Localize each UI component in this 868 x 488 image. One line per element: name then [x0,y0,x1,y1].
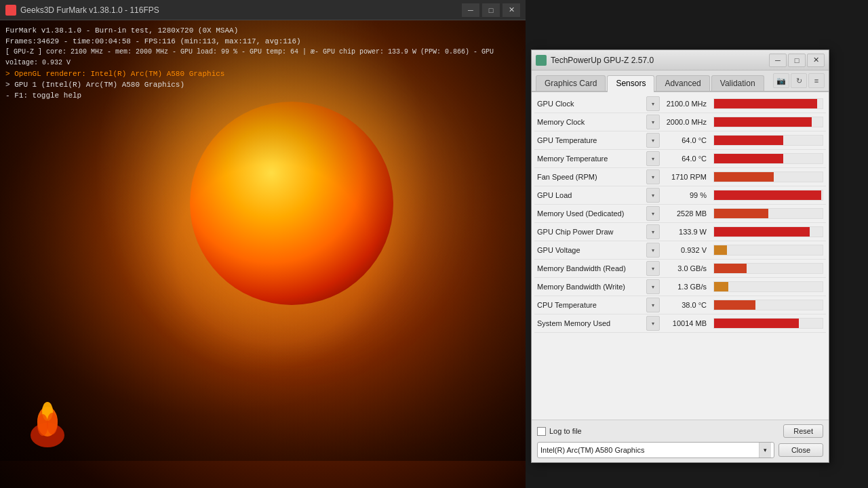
sensor-value-text: 0.932 V [660,246,711,254]
menu-icon[interactable]: ≡ [808,73,825,88]
sensor-label-text: Memory Used (Dedicated) [534,209,646,218]
sensor-bar-fill [714,154,783,163]
gpu-select-arrow-icon: ▾ [759,443,771,458]
sensor-bar-fill [714,172,774,182]
sensors-content: GPU Clock ▾ 2100.0 MHz Memory Clock ▾ 20… [532,92,829,420]
sensor-label-text: GPU Load [534,191,646,199]
sensor-row: GPU Temperature ▾ 64.0 °C [534,131,826,150]
gpuz-title: TechPowerUp GPU-Z 2.57.0 [551,56,654,65]
sensor-dropdown-button[interactable]: ▾ [646,279,660,294]
sensor-label-text: GPU Voltage [534,246,646,254]
furmark-minimize-button[interactable]: ─ [462,3,479,17]
sensor-row: GPU Clock ▾ 2100.0 MHz [534,95,826,113]
sensor-label-text: GPU Chip Power Draw [534,228,646,236]
sensor-value-text: 2000.0 MHz [660,118,711,126]
sensor-label-container: GPU Temperature ▾ [534,133,660,148]
tab-graphics-card[interactable]: Graphics Card [536,75,606,91]
sensor-label-text: CPU Temperature [534,301,646,309]
sensor-dropdown-button[interactable]: ▾ [646,261,660,276]
sensor-label-text: Memory Bandwidth (Write) [534,283,646,291]
sensor-row: GPU Voltage ▾ 0.932 V [534,241,826,260]
sensor-label-text: Memory Clock [534,118,646,126]
sensor-bar-fill [714,209,768,218]
gpuz-tab-bar: Graphics Card Sensors Advanced Validatio… [532,70,829,92]
sensor-bar-container [713,171,823,182]
log-checkbox[interactable] [537,427,546,436]
gpu-select-dropdown[interactable]: Intel(R) Arc(TM) A580 Graphics ▾ [537,442,774,458]
sensor-label-container: Memory Temperature ▾ [534,151,660,166]
sensor-label-container: System Memory Used ▾ [534,316,660,331]
sensor-dropdown-button[interactable]: ▾ [646,169,660,184]
tab-sensors[interactable]: Sensors [607,75,654,92]
refresh-icon[interactable]: ↻ [791,73,807,88]
sensor-row: GPU Load ▾ 99 % [534,186,826,205]
sensor-value-text: 10014 MB [660,319,711,327]
sensor-label-text: Fan Speed (RPM) [534,173,646,181]
tab-advanced[interactable]: Advanced [656,75,709,91]
sensor-label-text: System Memory Used [534,319,646,327]
sensor-row: Memory Temperature ▾ 64.0 °C [534,150,826,168]
sensor-bar-fill [714,117,812,127]
gpuz-close-button[interactable]: ✕ [807,54,825,67]
sensor-row: System Memory Used ▾ 10014 MB [534,314,826,333]
sensor-value-text: 133.9 W [660,228,711,236]
screenshot-icon[interactable]: 📷 [773,73,789,88]
furmark-close-button[interactable]: ✕ [502,3,520,17]
gpuz-maximize-button[interactable]: □ [788,54,806,67]
sensor-label-text: GPU Temperature [534,136,646,144]
sensor-value-text: 3.0 GB/s [660,264,711,272]
sensor-row: Memory Bandwidth (Read) ▾ 3.0 GB/s [534,260,826,278]
sensor-dropdown-button[interactable]: ▾ [646,151,660,166]
svg-point-3 [37,414,48,436]
sensor-bar-fill [714,99,817,108]
sensor-dropdown-button[interactable]: ▾ [646,298,660,312]
gpuz-bottom-panel: Log to file Reset Intel(R) Arc(TM) A580 … [532,420,829,462]
sensor-value-text: 1.3 GB/s [660,283,711,291]
sensor-dropdown-button[interactable]: ▾ [646,188,660,203]
sensor-label-text: GPU Clock [534,100,646,108]
furmark-maximize-button[interactable]: □ [482,3,500,17]
sensor-label-container: Memory Bandwidth (Write) ▾ [534,279,660,294]
log-to-file-label: Log to file [549,427,783,435]
sensor-value-text: 1710 RPM [660,173,711,181]
sensor-dropdown-button[interactable]: ▾ [646,115,660,129]
sensor-value-text: 64.0 °C [660,136,711,144]
sensor-value-text: 64.0 °C [660,155,711,163]
sensor-row: Memory Clock ▾ 2000.0 MHz [534,113,826,131]
sensor-label-text: Memory Temperature [534,155,646,163]
sensor-row: Memory Bandwidth (Write) ▾ 1.3 GB/s [534,278,826,296]
sensor-dropdown-button[interactable]: ▾ [646,224,660,239]
gpuz-window-controls: ─ □ ✕ [769,54,825,67]
furmark-line6: - F1: toggle help [5,90,520,101]
sensor-label-container: GPU Voltage ▾ [534,243,660,258]
sensor-bar-container [713,98,823,109]
sensor-dropdown-button[interactable]: ▾ [646,133,660,148]
furmark-line5: > GPU 1 (Intel(R) Arc(TM) A580 Graphics) [5,79,520,90]
reset-button[interactable]: Reset [783,424,823,438]
sensor-dropdown-button[interactable]: ▾ [646,243,660,258]
tab-validation[interactable]: Validation [711,75,764,91]
close-button[interactable]: Close [778,443,823,457]
furmark-line3: [ GPU-Z ] core: 2100 MHz - mem: 2000 MHz… [5,47,520,68]
sensor-bar-fill [714,319,799,328]
sensor-bar-container [713,190,823,201]
sensor-bar-container [713,281,823,292]
sensor-label-container: GPU Chip Power Draw ▾ [534,224,660,239]
svg-point-4 [47,413,58,434]
sensor-bar-fill [714,282,728,291]
furmark-window-controls: ─ □ ✕ [462,3,520,17]
sensor-row: Memory Used (Dedicated) ▾ 2528 MB [534,205,826,223]
sensor-dropdown-button[interactable]: ▾ [646,316,660,331]
sensor-label-container: GPU Clock ▾ [534,96,660,111]
gpuz-titlebar: TechPowerUp GPU-Z 2.57.0 ─ □ ✕ [532,50,829,70]
sensor-dropdown-button[interactable]: ▾ [646,206,660,221]
sensor-value-text: 99 % [660,191,711,199]
gpuz-icon [536,55,547,66]
sensor-label-text: Memory Bandwidth (Read) [534,264,646,272]
gpuz-window: TechPowerUp GPU-Z 2.57.0 ─ □ ✕ Graphics … [531,49,829,463]
sensor-dropdown-button[interactable]: ▾ [646,96,660,111]
gpuz-minimize-button[interactable]: ─ [769,54,787,67]
furmark-line1: FurMark v1.38.1.0 - Burn-in test, 1280x7… [5,25,520,36]
sensor-bar-container [713,135,823,146]
sensor-bar-container [713,263,823,274]
